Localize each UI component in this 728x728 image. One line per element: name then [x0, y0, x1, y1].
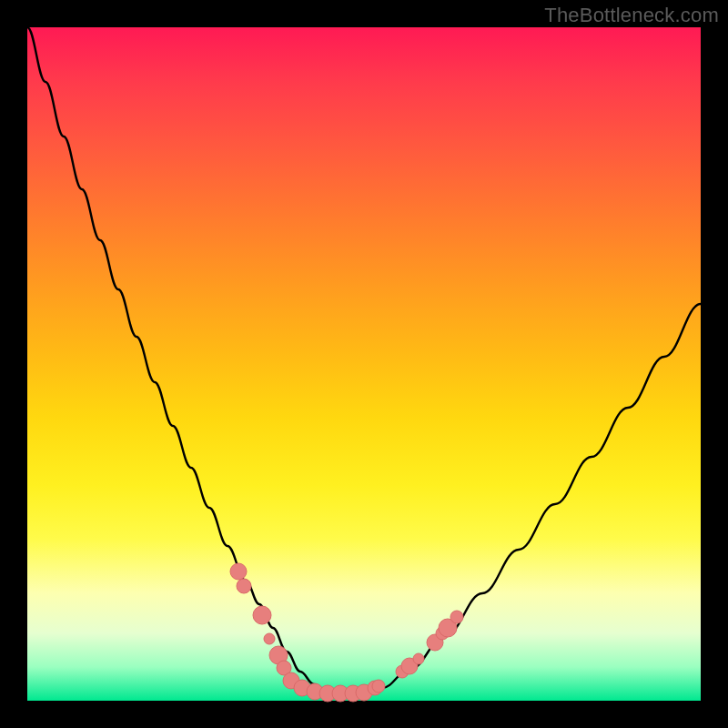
data-marker	[372, 680, 385, 693]
data-marker	[450, 611, 463, 623]
data-marker	[253, 606, 271, 624]
data-marker	[264, 633, 275, 644]
watermark-text: TheBottleneck.com	[544, 4, 719, 27]
bottleneck-curve	[27, 27, 701, 693]
data-marker	[230, 563, 247, 580]
marker-group	[230, 563, 463, 702]
data-marker	[413, 653, 424, 664]
plot-area	[27, 27, 701, 701]
chart-frame: TheBottleneck.com	[0, 0, 728, 728]
chart-svg	[27, 27, 701, 701]
data-marker	[237, 579, 251, 593]
